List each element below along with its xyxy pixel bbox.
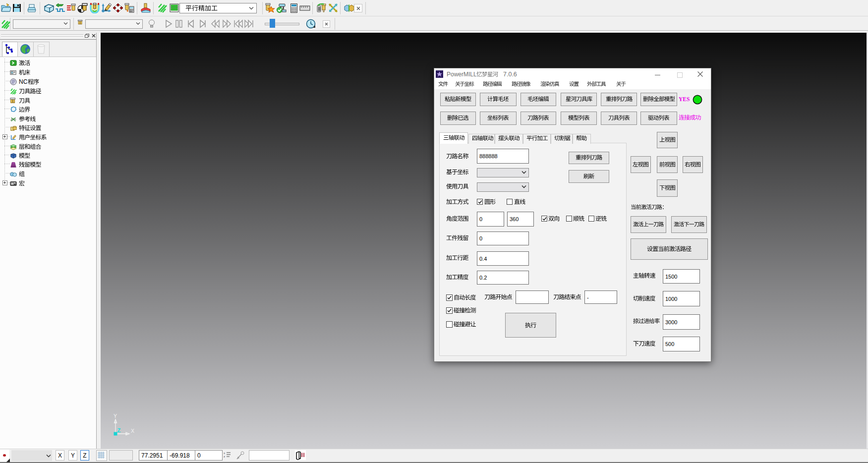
- svg-text:z: z: [224, 455, 225, 458]
- svg-text:x: x: [224, 452, 225, 455]
- svg-text:Z: Z: [117, 427, 121, 433]
- svg-text:X: X: [131, 428, 134, 434]
- svg-text:Y: Y: [114, 413, 117, 419]
